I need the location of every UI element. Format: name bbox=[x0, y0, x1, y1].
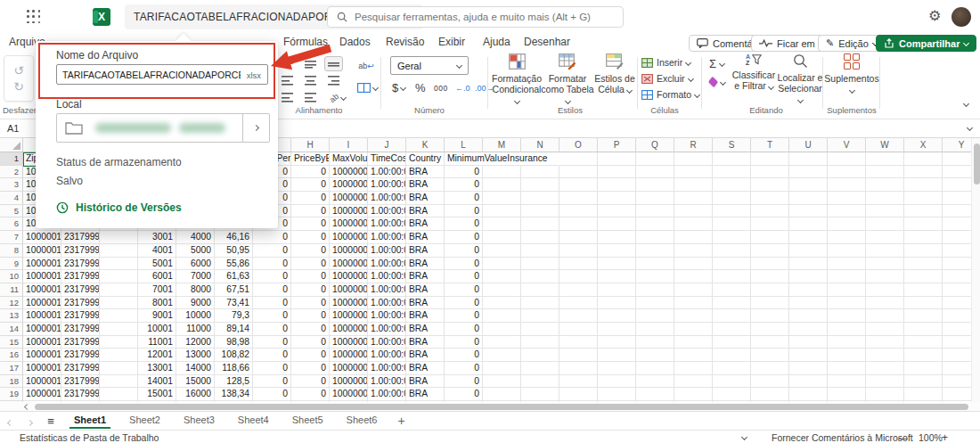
cell-M3[interactable] bbox=[483, 178, 521, 192]
cell-C7[interactable] bbox=[100, 231, 138, 244]
addins-button[interactable]: Suplementos bbox=[827, 53, 877, 94]
align-middle-button[interactable] bbox=[301, 56, 320, 71]
cell-F8[interactable]: 50,95 bbox=[215, 244, 253, 258]
cell-I10[interactable]: 1000000 bbox=[330, 270, 368, 283]
cell-O6[interactable] bbox=[559, 217, 598, 231]
decrease-decimal-button[interactable]: ←.0 bbox=[455, 84, 470, 93]
cell-F18[interactable]: 128,5 bbox=[215, 375, 253, 389]
text-orientation-button[interactable]: ab bbox=[324, 90, 351, 105]
cell-Q2[interactable] bbox=[636, 166, 674, 179]
cell-E18[interactable]: 15000 bbox=[176, 375, 215, 389]
cell-X17[interactable] bbox=[904, 362, 943, 375]
cell-M8[interactable] bbox=[483, 244, 521, 258]
cell-O1[interactable] bbox=[559, 152, 598, 166]
cell-J13[interactable]: 1.00:00:0 bbox=[368, 309, 406, 323]
cell-B10[interactable]: 2317999 bbox=[61, 270, 100, 283]
cell-L13[interactable]: 0 bbox=[445, 309, 483, 323]
cell-I13[interactable]: 1000000 bbox=[330, 309, 368, 323]
cell-D12[interactable]: 8001 bbox=[138, 297, 176, 310]
cell-P6[interactable] bbox=[598, 217, 636, 231]
cell-D18[interactable]: 14001 bbox=[138, 375, 176, 389]
cell-W6[interactable] bbox=[866, 217, 904, 231]
row-header-2[interactable]: 2 bbox=[0, 166, 23, 179]
sheet-tab-sheet1[interactable]: Sheet1 bbox=[62, 413, 118, 429]
percent-format-button[interactable]: % bbox=[415, 81, 426, 94]
currency-format-button[interactable]: $ bbox=[392, 81, 405, 94]
cell-V9[interactable] bbox=[828, 258, 866, 271]
cell-O5[interactable] bbox=[559, 205, 598, 218]
cell-L12[interactable]: 0 bbox=[445, 297, 483, 310]
cell-O16[interactable] bbox=[559, 349, 598, 362]
cell-G7[interactable]: 0 bbox=[253, 231, 291, 244]
cell-P5[interactable] bbox=[598, 205, 636, 218]
cell-L6[interactable]: 0 bbox=[445, 217, 483, 231]
align-center-button[interactable] bbox=[301, 73, 320, 88]
cell-L14[interactable]: 0 bbox=[445, 323, 483, 336]
cell-P9[interactable] bbox=[598, 258, 636, 271]
cell-U9[interactable] bbox=[789, 258, 828, 271]
cell-N8[interactable] bbox=[521, 244, 559, 258]
cell-I12[interactable]: 1000000 bbox=[330, 297, 368, 310]
cell-F13[interactable]: 79,3 bbox=[215, 309, 253, 323]
cell-G8[interactable]: 0 bbox=[253, 244, 291, 258]
cell-H18[interactable]: 0 bbox=[291, 375, 330, 389]
cell-S10[interactable] bbox=[713, 270, 751, 283]
scroll-left-arrow-icon[interactable] bbox=[24, 403, 30, 409]
cell-Q9[interactable] bbox=[636, 258, 674, 271]
cell-C11[interactable] bbox=[100, 283, 138, 297]
cell-J5[interactable]: 1.00:00:0 bbox=[368, 205, 406, 218]
previous-sheet-arrow-icon[interactable] bbox=[0, 413, 20, 429]
cell-O4[interactable] bbox=[559, 192, 598, 205]
delete-cells-button[interactable]: Excluir bbox=[641, 73, 693, 84]
location-chevron-right-icon[interactable] bbox=[242, 114, 269, 142]
cell-E9[interactable]: 6000 bbox=[176, 258, 215, 271]
cell-L19[interactable]: 0 bbox=[445, 388, 483, 401]
all-sheets-menu-icon[interactable]: ≡ bbox=[39, 414, 62, 428]
cell-N10[interactable] bbox=[521, 270, 559, 283]
cell-V3[interactable] bbox=[828, 178, 866, 192]
cell-O10[interactable] bbox=[559, 270, 598, 283]
cell-K2[interactable]: BRA bbox=[406, 166, 445, 179]
cell-M14[interactable] bbox=[483, 323, 521, 336]
cell-J18[interactable]: 1.00:00:0 bbox=[368, 375, 406, 389]
cell-H19[interactable]: 0 bbox=[291, 388, 330, 401]
cell-L10[interactable]: 0 bbox=[445, 270, 483, 283]
horizontal-scrollbar-thumb[interactable] bbox=[35, 404, 968, 410]
cell-O18[interactable] bbox=[559, 375, 598, 389]
cell-V13[interactable] bbox=[828, 309, 866, 323]
cell-N4[interactable] bbox=[521, 192, 559, 205]
cell-X18[interactable] bbox=[904, 375, 943, 389]
cell-X2[interactable] bbox=[904, 166, 943, 179]
cell-U15[interactable] bbox=[789, 336, 828, 349]
tab-view[interactable]: Exibir bbox=[438, 36, 465, 48]
cell-C13[interactable] bbox=[100, 309, 138, 323]
cell-F9[interactable]: 55,86 bbox=[215, 258, 253, 271]
cell-T6[interactable] bbox=[751, 217, 789, 231]
cell-I15[interactable]: 1000000 bbox=[330, 336, 368, 349]
cell-A18[interactable]: 1000001 bbox=[23, 375, 61, 389]
cell-T13[interactable] bbox=[751, 309, 789, 323]
cell-D16[interactable]: 12001 bbox=[138, 349, 176, 362]
collapse-ribbon-chevron-icon[interactable] bbox=[963, 101, 969, 107]
cell-R17[interactable] bbox=[674, 362, 713, 375]
row-header-19[interactable]: 19 bbox=[0, 388, 23, 401]
cell-I18[interactable]: 1000000 bbox=[330, 375, 368, 389]
cell-Q16[interactable] bbox=[636, 349, 674, 362]
cell-L7[interactable]: 0 bbox=[445, 231, 483, 244]
cell-W12[interactable] bbox=[866, 297, 904, 310]
undo-icon[interactable]: ↺ bbox=[13, 64, 24, 77]
cell-T18[interactable] bbox=[751, 375, 789, 389]
redo-icon[interactable]: ↻ bbox=[13, 80, 24, 93]
cell-U7[interactable] bbox=[789, 231, 828, 244]
align-left-button[interactable] bbox=[278, 73, 297, 88]
cell-G18[interactable]: 0 bbox=[253, 375, 291, 389]
format-cells-button[interactable]: Formato bbox=[641, 89, 699, 100]
cell-C14[interactable] bbox=[100, 323, 138, 336]
cell-I9[interactable]: 1000000 bbox=[330, 258, 368, 271]
cell-G19[interactable]: 0 bbox=[253, 388, 291, 401]
cell-W1[interactable] bbox=[866, 152, 904, 166]
cell-L1[interactable]: MinimumValueInsurance bbox=[445, 152, 483, 166]
cell-V12[interactable] bbox=[828, 297, 866, 310]
cell-B14[interactable]: 2317999 bbox=[61, 323, 100, 336]
cell-U19[interactable] bbox=[789, 388, 828, 401]
